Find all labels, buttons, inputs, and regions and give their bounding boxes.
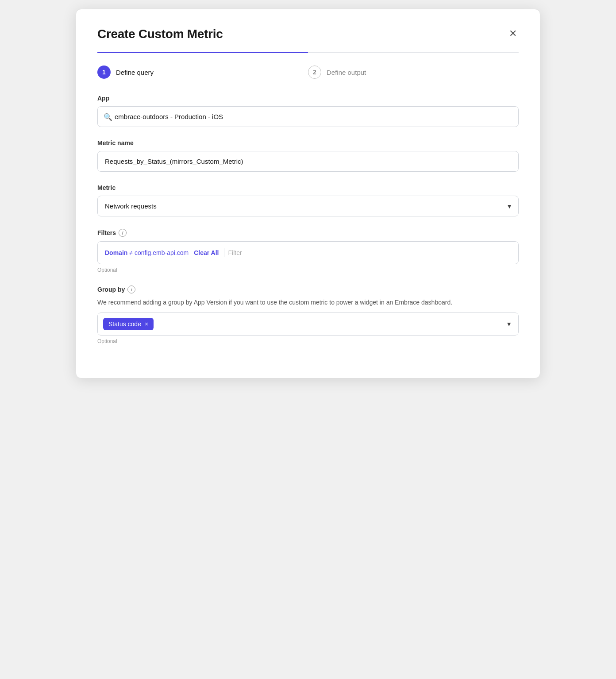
metric-name-input[interactable] (97, 151, 519, 172)
group-by-tag-remove[interactable]: × (145, 321, 148, 327)
metric-select[interactable]: Network requests Sessions Crashes (97, 196, 519, 216)
filters-box[interactable]: Domain ≠ config.emb-api.com Clear All Fi… (97, 241, 519, 264)
close-icon: ✕ (509, 29, 517, 39)
group-by-input-row[interactable]: Status code × ▼ (97, 312, 519, 336)
create-custom-metric-modal: Create Custom Metric ✕ 1 Define query 2 … (76, 9, 540, 378)
step-1[interactable]: 1 Define query (97, 66, 308, 79)
group-by-description: We recommend adding a group by App Versi… (97, 298, 519, 307)
filters-info-icon[interactable]: i (119, 229, 127, 237)
clear-all-button[interactable]: Clear All (192, 249, 220, 256)
progress-bar-fill (97, 52, 308, 53)
step-1-circle: 1 (97, 66, 111, 79)
app-input[interactable] (97, 106, 519, 127)
filter-value: config.emb-api.com (135, 249, 189, 256)
filter-placeholder: Filter (228, 249, 242, 256)
group-by-info-icon[interactable]: i (127, 285, 135, 293)
metric-name-label: Metric name (97, 139, 519, 147)
metric-select-wrapper: Network requests Sessions Crashes ▼ (97, 196, 519, 216)
filter-operator: ≠ (129, 249, 133, 256)
metric-name-section: Metric name (97, 139, 519, 172)
step-1-label: Define query (116, 69, 154, 76)
metric-section: Metric Network requests Sessions Crashes… (97, 184, 519, 216)
group-by-label: Group by i (97, 285, 519, 293)
app-label: App (97, 95, 519, 102)
step-2-circle: 2 (308, 66, 321, 79)
app-section: App 🔍 (97, 95, 519, 127)
filter-tag: Domain ≠ config.emb-api.com (105, 249, 189, 256)
progress-bar (97, 52, 519, 53)
app-input-wrapper: 🔍 (97, 106, 519, 127)
modal-title: Create Custom Metric (97, 27, 223, 41)
filters-section: Filters i Domain ≠ config.emb-api.com Cl… (97, 229, 519, 273)
filters-optional-text: Optional (97, 267, 519, 273)
step-2-label: Define output (327, 69, 366, 76)
filter-domain-label: Domain (105, 249, 127, 256)
metric-label: Metric (97, 184, 519, 191)
modal-header: Create Custom Metric ✕ (97, 27, 519, 41)
group-by-dropdown-arrow: ▼ (506, 320, 512, 328)
step-2[interactable]: 2 Define output (308, 66, 519, 79)
search-icon: 🔍 (104, 112, 112, 121)
filters-label: Filters i (97, 229, 519, 237)
group-by-tag-chip: Status code × (103, 318, 154, 330)
group-by-tag-label: Status code (108, 320, 141, 328)
close-button[interactable]: ✕ (507, 27, 519, 40)
steps-row: 1 Define query 2 Define output (97, 66, 519, 79)
group-by-section: Group by i We recommend adding a group b… (97, 285, 519, 344)
filter-divider (224, 248, 224, 257)
group-by-optional-text: Optional (97, 338, 519, 344)
